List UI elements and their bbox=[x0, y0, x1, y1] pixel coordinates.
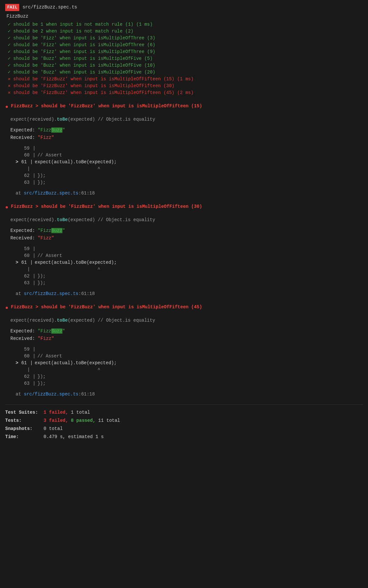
line-num: 59 bbox=[21, 346, 31, 353]
pass-icon: ✓ bbox=[8, 63, 13, 68]
expect-line: expect(received).toBe(expected) // Objec… bbox=[10, 317, 363, 324]
expected-line: Expected: "FizzBuzz" bbox=[10, 328, 363, 335]
tests-label: Tests: bbox=[5, 417, 41, 424]
pipe: | bbox=[25, 367, 32, 373]
expected-quote: " bbox=[62, 127, 65, 133]
no-arrow bbox=[16, 273, 21, 280]
expected-value: "FizzBuzz" bbox=[38, 228, 65, 233]
error-body: expect(received).toBe(expected) // Objec… bbox=[5, 317, 363, 398]
expect-line: expect(received).toBe(expected) // Objec… bbox=[10, 217, 363, 223]
header-line: FAIL src/fizzBuzz.spec.ts bbox=[5, 4, 363, 11]
at-line: at src/fizzBuzz.spec.ts:61:18 bbox=[10, 190, 363, 197]
at-link[interactable]: src/fizzBuzz.spec.ts bbox=[24, 291, 78, 296]
error-title: ●FizzBuzz > should be 'FizzBuzz' when in… bbox=[5, 203, 363, 211]
suite-name: FizzBuzz bbox=[5, 13, 363, 20]
code-line: 63 | }); bbox=[10, 179, 363, 186]
line-num bbox=[16, 367, 25, 373]
no-arrow bbox=[16, 380, 21, 387]
suites-value: 1 failed, 1 total bbox=[44, 409, 90, 416]
line-num: 59 bbox=[21, 246, 31, 252]
main-container: FAIL src/fizzBuzz.spec.ts FizzBuzz ✓ sho… bbox=[0, 4, 368, 441]
pipe: | bbox=[31, 346, 37, 353]
code-line: > 61 | expect(actual).toBe(expected); bbox=[10, 360, 363, 367]
fail-icon: ✕ bbox=[8, 90, 13, 95]
code-line: 60 | // Assert bbox=[10, 252, 363, 259]
no-arrow bbox=[16, 280, 21, 287]
arrow-icon: > bbox=[16, 360, 18, 367]
line-num: 63 bbox=[21, 179, 31, 186]
line-num: 60 bbox=[21, 152, 31, 159]
test-item: ✓ should be 'Fizz' when input is isMulti… bbox=[5, 48, 363, 55]
pipe: | bbox=[25, 166, 32, 172]
expected-label: Expected: bbox=[10, 228, 38, 233]
no-arrow bbox=[16, 152, 21, 159]
at-line: at src/fizzBuzz.spec.ts:61:18 bbox=[10, 290, 363, 297]
line-num: 60 bbox=[21, 252, 31, 259]
line-num: 62 bbox=[21, 273, 31, 280]
code-content: }); bbox=[37, 273, 46, 280]
no-arrow bbox=[16, 179, 21, 186]
pipe: | bbox=[31, 145, 37, 152]
code-line: > 61 | expect(actual).toBe(expected); bbox=[10, 159, 363, 166]
pipe: | bbox=[28, 159, 34, 166]
pipe: | bbox=[28, 259, 34, 266]
pass-icon: ✓ bbox=[8, 22, 13, 27]
code-content: }); bbox=[37, 172, 46, 179]
at-link[interactable]: src/fizzBuzz.spec.ts bbox=[24, 191, 78, 196]
no-arrow bbox=[16, 346, 21, 353]
pipe: | bbox=[31, 252, 37, 259]
pass-icon: ✓ bbox=[8, 70, 13, 75]
received-line: Received: "Fizz" bbox=[10, 235, 363, 242]
arrow-icon: > bbox=[16, 259, 18, 266]
code-content: }); bbox=[37, 280, 46, 287]
code-line: 59 | bbox=[10, 145, 363, 152]
test-item: ✓ should be 'Buzz' when input is isMulti… bbox=[5, 69, 363, 76]
test-label: should be 'FizzBuzz' when input is isMul… bbox=[13, 83, 175, 88]
test-label: should be 'Buzz' when input is isMultipl… bbox=[13, 63, 155, 68]
code-content: }); bbox=[37, 380, 46, 387]
code-content: expect(actual).toBe(expected); bbox=[35, 259, 117, 266]
test-label: should be 'FizzBuzz' when input is isMul… bbox=[13, 76, 194, 82]
tests-passed: 8 passed, bbox=[71, 418, 96, 423]
code-line: 60 | // Assert bbox=[10, 353, 363, 360]
pipe: | bbox=[31, 273, 37, 280]
received-line: Received: "Fizz" bbox=[10, 335, 363, 342]
pipe: | bbox=[31, 246, 37, 252]
test-label: should be 'Buzz' when input is isMultipl… bbox=[13, 56, 152, 61]
test-label: should be 'Fizz' when input is isMultipl… bbox=[13, 49, 155, 54]
expected-quote: " bbox=[62, 328, 65, 334]
expected-fizz: "Fizz bbox=[38, 228, 51, 233]
pipe: | bbox=[31, 380, 37, 387]
line-num: 59 bbox=[21, 145, 31, 152]
fail-icon: ✕ bbox=[8, 76, 13, 82]
expected-line: Expected: "FizzBuzz" bbox=[10, 127, 363, 134]
error-block-2: ●FizzBuzz > should be 'FizzBuzz' when in… bbox=[5, 203, 363, 297]
tobe-keyword: toBe bbox=[57, 318, 68, 323]
at-link[interactable]: src/fizzBuzz.spec.ts bbox=[24, 392, 78, 397]
expected-line: Expected: "FizzBuzz" bbox=[10, 227, 363, 234]
pass-icon: ✓ bbox=[8, 49, 13, 54]
pass-icon: ✓ bbox=[8, 56, 13, 61]
suites-failed: 1 failed, bbox=[44, 410, 68, 415]
test-item: ✓ should be 'Buzz' when input is isMulti… bbox=[5, 55, 363, 62]
test-item: ✓ should be 'Buzz' when input is isMulti… bbox=[5, 62, 363, 69]
no-arrow bbox=[16, 246, 21, 252]
summary-suites-line: Test Suites: 1 failed, 1 total bbox=[5, 408, 363, 417]
no-arrow bbox=[16, 353, 21, 360]
expected-fizz: "Fizz bbox=[38, 127, 51, 133]
error-dot-icon: ● bbox=[5, 204, 8, 211]
no-arrow bbox=[16, 252, 21, 259]
pass-icon: ✓ bbox=[8, 29, 13, 34]
test-label: should be 'Fizz' when input is isMultipl… bbox=[13, 35, 155, 41]
test-label: should be 1 when input is not match rule… bbox=[13, 22, 152, 27]
code-block: 59 | 60 | // Assert> 61 | expect(actual)… bbox=[10, 346, 363, 387]
error-body: expect(received).toBe(expected) // Objec… bbox=[5, 116, 363, 197]
test-item: ✓ should be 'Fizz' when input is isMulti… bbox=[5, 35, 363, 42]
pipe: | bbox=[31, 152, 37, 159]
pass-icon: ✓ bbox=[8, 35, 13, 41]
test-label: should be 'FizzBuzz' when input is isMul… bbox=[13, 90, 194, 95]
summary-tests-line: Tests: 3 failed, 8 passed, 11 total bbox=[5, 417, 363, 425]
error-title: ●FizzBuzz > should be 'FizzBuzz' when in… bbox=[5, 103, 363, 111]
line-num: 61 bbox=[18, 360, 28, 367]
expected-value: "FizzBuzz" bbox=[38, 127, 65, 133]
